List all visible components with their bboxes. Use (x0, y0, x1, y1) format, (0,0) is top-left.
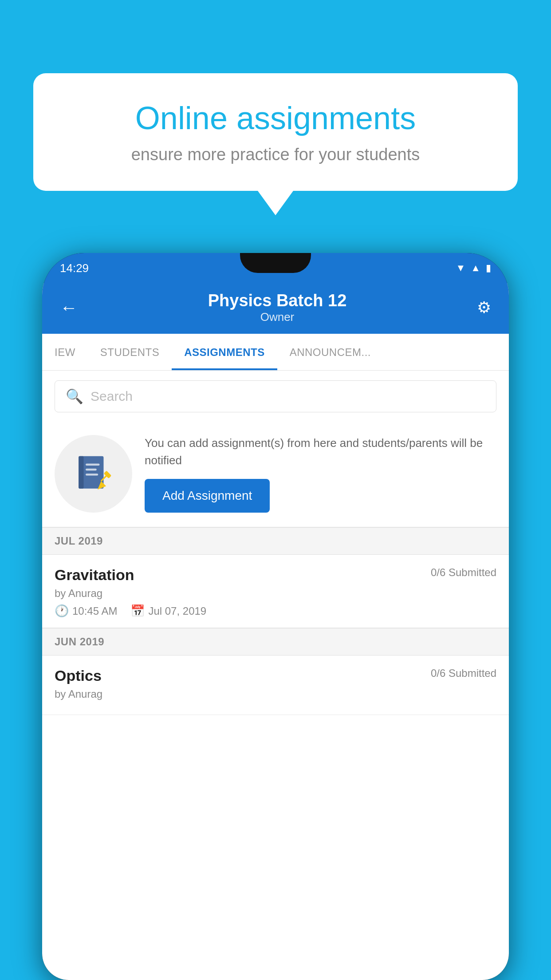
search-icon: 🔍 (66, 388, 83, 405)
assignment-by: by Anurag (55, 587, 496, 600)
batch-subtitle: Owner (78, 310, 477, 324)
assignment-top-row: Gravitation 0/6 Submitted (55, 566, 496, 584)
assignment-title: Gravitation (55, 566, 134, 584)
notebook-icon (74, 454, 114, 494)
signal-icon: ▲ (471, 262, 480, 274)
phone-content: 🔍 Search (42, 371, 509, 715)
section-header-jun: JUN 2019 (42, 628, 509, 656)
assignment-top-row-optics: Optics 0/6 Submitted (55, 667, 496, 684)
speech-bubble-title: Online assignments (64, 100, 487, 136)
calendar-icon: 📅 (130, 604, 145, 618)
assignment-time: 🕐 10:45 AM (55, 604, 117, 618)
clock-icon: 🕐 (55, 604, 69, 618)
search-bar[interactable]: 🔍 Search (55, 380, 496, 412)
status-time: 14:29 (60, 261, 89, 275)
add-assignment-button[interactable]: Add Assignment (145, 479, 270, 513)
phone-frame: 14:29 ▼ ▲ ▮ ← Physics Batch 12 Owner ⚙ I… (42, 253, 509, 980)
assignment-by-optics: by Anurag (55, 688, 496, 700)
tab-assignments[interactable]: ASSIGNMENTS (172, 334, 277, 370)
app-header: ← Physics Batch 12 Owner ⚙ (42, 283, 509, 334)
assignment-title-optics: Optics (55, 667, 102, 684)
batch-title: Physics Batch 12 (78, 291, 477, 310)
promo-description: You can add assignment(s) from here and … (145, 435, 496, 469)
assignment-submitted-optics: 0/6 Submitted (431, 667, 496, 680)
wifi-icon: ▼ (456, 262, 465, 274)
search-placeholder: Search (91, 389, 133, 404)
speech-bubble: Online assignments ensure more practice … (33, 73, 518, 191)
status-bar: 14:29 ▼ ▲ ▮ (42, 253, 509, 283)
phone-inner: ← Physics Batch 12 Owner ⚙ IEW STUDENTS … (42, 283, 509, 980)
assignment-item-optics[interactable]: Optics 0/6 Submitted by Anurag (42, 656, 509, 715)
tab-announcements[interactable]: ANNOUNCEM... (277, 334, 383, 370)
svg-rect-1 (79, 456, 83, 489)
svg-rect-3 (86, 469, 97, 471)
date-value: Jul 07, 2019 (148, 605, 206, 617)
battery-icon: ▮ (486, 262, 491, 274)
tabs-bar: IEW STUDENTS ASSIGNMENTS ANNOUNCEM... (42, 334, 509, 371)
assignment-date: 📅 Jul 07, 2019 (130, 604, 206, 618)
svg-rect-4 (86, 474, 98, 476)
speech-bubble-subtitle: ensure more practice for your students (64, 145, 487, 164)
phone-notch (240, 253, 311, 273)
header-title-block: Physics Batch 12 Owner (78, 291, 477, 324)
assignment-item-gravitation[interactable]: Gravitation 0/6 Submitted by Anurag 🕐 10… (42, 555, 509, 628)
promo-text-block: You can add assignment(s) from here and … (145, 435, 496, 513)
time-value: 10:45 AM (72, 605, 117, 617)
speech-bubble-container: Online assignments ensure more practice … (33, 73, 518, 215)
section-header-jul: JUL 2019 (42, 527, 509, 555)
search-bar-wrap: 🔍 Search (42, 371, 509, 422)
assignment-meta: 🕐 10:45 AM 📅 Jul 07, 2019 (55, 604, 496, 618)
speech-bubble-tail (258, 191, 293, 215)
promo-card: You can add assignment(s) from here and … (42, 422, 509, 527)
assignment-submitted: 0/6 Submitted (431, 566, 496, 579)
settings-button[interactable]: ⚙ (477, 298, 491, 317)
tab-iew[interactable]: IEW (42, 334, 88, 370)
svg-rect-2 (86, 464, 100, 466)
promo-icon-circle (55, 435, 132, 513)
tab-students[interactable]: STUDENTS (88, 334, 172, 370)
status-icons: ▼ ▲ ▮ (456, 262, 491, 274)
back-button[interactable]: ← (60, 298, 78, 318)
